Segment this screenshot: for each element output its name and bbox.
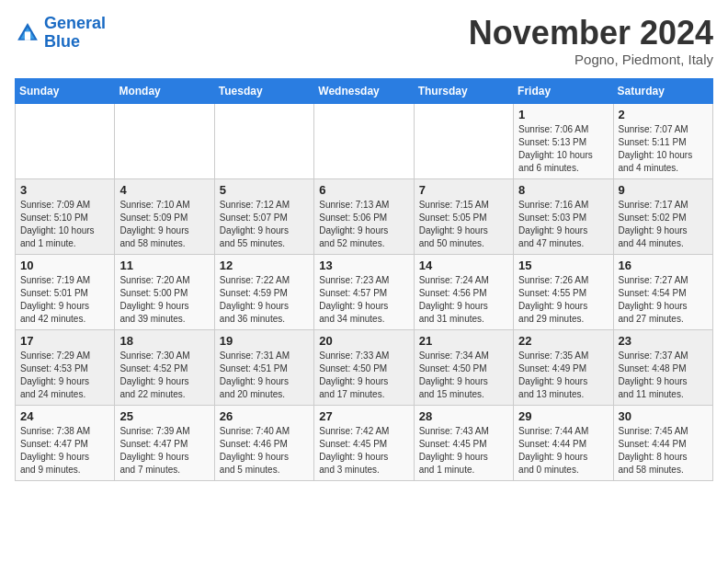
- day-number: 1: [518, 108, 608, 121]
- calendar-cell: 25Sunrise: 7:39 AM Sunset: 4:47 PM Dayli…: [115, 405, 214, 480]
- day-info: Sunrise: 7:29 AM Sunset: 4:53 PM Dayligh…: [20, 350, 109, 401]
- logo-text: General Blue: [44, 15, 106, 52]
- day-info: Sunrise: 7:09 AM Sunset: 5:10 PM Dayligh…: [20, 199, 109, 250]
- calendar-week-4: 17Sunrise: 7:29 AM Sunset: 4:53 PM Dayli…: [16, 329, 713, 405]
- calendar-cell: 16Sunrise: 7:27 AM Sunset: 4:54 PM Dayli…: [613, 254, 712, 329]
- day-info: Sunrise: 7:12 AM Sunset: 5:07 PM Dayligh…: [220, 199, 309, 250]
- day-info: Sunrise: 7:44 AM Sunset: 4:44 PM Dayligh…: [518, 425, 608, 477]
- calendar-cell: 11Sunrise: 7:20 AM Sunset: 5:00 PM Dayli…: [115, 254, 214, 329]
- calendar-cell: 27Sunrise: 7:42 AM Sunset: 4:45 PM Dayli…: [314, 405, 414, 480]
- day-info: Sunrise: 7:20 AM Sunset: 5:00 PM Dayligh…: [119, 274, 209, 326]
- day-number: 25: [119, 409, 209, 423]
- calendar-cell: 9Sunrise: 7:17 AM Sunset: 5:02 PM Daylig…: [613, 178, 712, 254]
- month-title: November 2024: [469, 15, 713, 52]
- page-header: General Blue November 2024 Pogno, Piedmo…: [15, 15, 713, 67]
- calendar-cell: 28Sunrise: 7:43 AM Sunset: 4:45 PM Dayli…: [414, 405, 513, 480]
- calendar-cell: 14Sunrise: 7:24 AM Sunset: 4:56 PM Dayli…: [414, 254, 513, 329]
- calendar-cell: 30Sunrise: 7:45 AM Sunset: 4:44 PM Dayli…: [613, 405, 712, 480]
- day-header-saturday: Saturday: [613, 78, 712, 103]
- calendar-cell: 10Sunrise: 7:19 AM Sunset: 5:01 PM Dayli…: [16, 254, 115, 329]
- day-info: Sunrise: 7:13 AM Sunset: 5:06 PM Dayligh…: [319, 199, 408, 250]
- logo-icon: [15, 20, 40, 46]
- calendar-week-3: 10Sunrise: 7:19 AM Sunset: 5:01 PM Dayli…: [16, 254, 713, 329]
- day-info: Sunrise: 7:38 AM Sunset: 4:47 PM Dayligh…: [20, 425, 109, 477]
- day-header-sunday: Sunday: [16, 78, 115, 103]
- day-header-friday: Friday: [514, 78, 613, 103]
- location-subtitle: Pogno, Piedmont, Italy: [469, 52, 713, 67]
- day-info: Sunrise: 7:27 AM Sunset: 4:54 PM Dayligh…: [619, 274, 708, 326]
- day-number: 3: [20, 183, 109, 197]
- day-number: 18: [119, 334, 209, 348]
- day-info: Sunrise: 7:10 AM Sunset: 5:09 PM Dayligh…: [119, 199, 209, 250]
- calendar-cell: [414, 103, 513, 178]
- day-number: 9: [619, 183, 708, 197]
- calendar-cell: 12Sunrise: 7:22 AM Sunset: 4:59 PM Dayli…: [214, 254, 313, 329]
- calendar-cell: 1Sunrise: 7:06 AM Sunset: 5:13 PM Daylig…: [514, 103, 613, 178]
- day-info: Sunrise: 7:23 AM Sunset: 4:57 PM Dayligh…: [319, 274, 408, 326]
- day-number: 30: [619, 409, 708, 423]
- day-number: 13: [319, 259, 408, 272]
- day-number: 8: [518, 183, 608, 197]
- day-number: 17: [20, 334, 109, 348]
- logo: General Blue: [15, 15, 106, 52]
- day-info: Sunrise: 7:31 AM Sunset: 4:51 PM Dayligh…: [220, 350, 309, 401]
- calendar-cell: 19Sunrise: 7:31 AM Sunset: 4:51 PM Dayli…: [214, 329, 313, 405]
- calendar-cell: 3Sunrise: 7:09 AM Sunset: 5:10 PM Daylig…: [16, 178, 115, 254]
- day-number: 10: [20, 259, 109, 272]
- day-number: 28: [419, 409, 508, 423]
- calendar-table: SundayMondayTuesdayWednesdayThursdayFrid…: [15, 78, 713, 481]
- day-number: 2: [619, 108, 708, 121]
- day-header-wednesday: Wednesday: [314, 78, 414, 103]
- day-number: 29: [518, 409, 608, 423]
- calendar-cell: 17Sunrise: 7:29 AM Sunset: 4:53 PM Dayli…: [16, 329, 115, 405]
- calendar-cell: 15Sunrise: 7:26 AM Sunset: 4:55 PM Dayli…: [514, 254, 613, 329]
- calendar-cell: [16, 103, 115, 178]
- day-info: Sunrise: 7:37 AM Sunset: 4:48 PM Dayligh…: [619, 350, 708, 401]
- day-header-thursday: Thursday: [414, 78, 513, 103]
- calendar-cell: 8Sunrise: 7:16 AM Sunset: 5:03 PM Daylig…: [514, 178, 613, 254]
- day-number: 5: [220, 183, 309, 197]
- day-info: Sunrise: 7:30 AM Sunset: 4:52 PM Dayligh…: [119, 350, 209, 401]
- calendar-cell: 29Sunrise: 7:44 AM Sunset: 4:44 PM Dayli…: [514, 405, 613, 480]
- day-number: 11: [119, 259, 209, 272]
- day-number: 22: [518, 334, 608, 348]
- day-info: Sunrise: 7:26 AM Sunset: 4:55 PM Dayligh…: [518, 274, 608, 326]
- day-number: 4: [119, 183, 209, 197]
- day-info: Sunrise: 7:19 AM Sunset: 5:01 PM Dayligh…: [20, 274, 109, 326]
- calendar-cell: [214, 103, 313, 178]
- day-number: 6: [319, 183, 408, 197]
- day-info: Sunrise: 7:33 AM Sunset: 4:50 PM Dayligh…: [319, 350, 408, 401]
- day-number: 19: [220, 334, 309, 348]
- day-number: 12: [220, 259, 309, 272]
- day-number: 16: [619, 259, 708, 272]
- day-info: Sunrise: 7:22 AM Sunset: 4:59 PM Dayligh…: [220, 274, 309, 326]
- calendar-week-5: 24Sunrise: 7:38 AM Sunset: 4:47 PM Dayli…: [16, 405, 713, 480]
- day-header-monday: Monday: [115, 78, 214, 103]
- day-number: 24: [20, 409, 109, 423]
- day-number: 21: [419, 334, 508, 348]
- calendar-cell: 22Sunrise: 7:35 AM Sunset: 4:49 PM Dayli…: [514, 329, 613, 405]
- day-info: Sunrise: 7:35 AM Sunset: 4:49 PM Dayligh…: [518, 350, 608, 401]
- day-number: 7: [419, 183, 508, 197]
- svg-rect-3: [25, 31, 30, 40]
- calendar-cell: 18Sunrise: 7:30 AM Sunset: 4:52 PM Dayli…: [115, 329, 214, 405]
- day-info: Sunrise: 7:39 AM Sunset: 4:47 PM Dayligh…: [119, 425, 209, 477]
- calendar-cell: 4Sunrise: 7:10 AM Sunset: 5:09 PM Daylig…: [115, 178, 214, 254]
- calendar-cell: 13Sunrise: 7:23 AM Sunset: 4:57 PM Dayli…: [314, 254, 414, 329]
- day-info: Sunrise: 7:07 AM Sunset: 5:11 PM Dayligh…: [619, 123, 708, 175]
- day-info: Sunrise: 7:40 AM Sunset: 4:46 PM Dayligh…: [220, 425, 309, 477]
- calendar-cell: [314, 103, 414, 178]
- calendar-cell: 6Sunrise: 7:13 AM Sunset: 5:06 PM Daylig…: [314, 178, 414, 254]
- day-info: Sunrise: 7:45 AM Sunset: 4:44 PM Dayligh…: [619, 425, 708, 477]
- calendar-cell: 5Sunrise: 7:12 AM Sunset: 5:07 PM Daylig…: [214, 178, 313, 254]
- day-number: 14: [419, 259, 508, 272]
- day-info: Sunrise: 7:06 AM Sunset: 5:13 PM Dayligh…: [518, 123, 608, 175]
- calendar-cell: 7Sunrise: 7:15 AM Sunset: 5:05 PM Daylig…: [414, 178, 513, 254]
- day-info: Sunrise: 7:43 AM Sunset: 4:45 PM Dayligh…: [419, 425, 508, 477]
- calendar-cell: [115, 103, 214, 178]
- day-info: Sunrise: 7:15 AM Sunset: 5:05 PM Dayligh…: [419, 199, 508, 250]
- calendar-cell: 20Sunrise: 7:33 AM Sunset: 4:50 PM Dayli…: [314, 329, 414, 405]
- day-number: 23: [619, 334, 708, 348]
- calendar-header-row: SundayMondayTuesdayWednesdayThursdayFrid…: [16, 78, 713, 103]
- logo-line2: Blue: [44, 32, 80, 51]
